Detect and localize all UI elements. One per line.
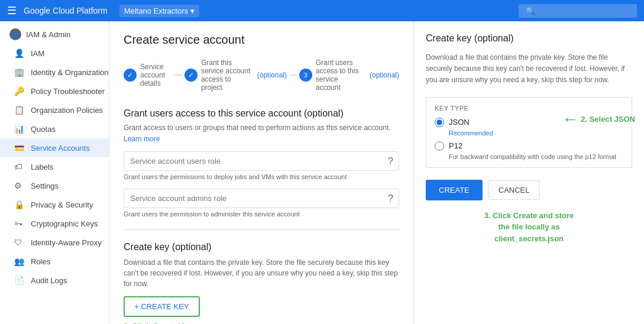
- step-2-label: Grant this service account access to pro…: [201, 59, 251, 92]
- annotation-step2-label: 2. Select JSON: [581, 115, 635, 124]
- audit-icon: 📄: [14, 276, 25, 285]
- create-key-section: Create key (optional) Download a file th…: [124, 229, 399, 324]
- create-key-desc: Download a file that contains the privat…: [124, 257, 399, 289]
- project-selector[interactable]: Meltano Extractors ▾: [119, 5, 199, 17]
- p12-label: P12: [449, 141, 462, 150]
- step-1-check: ✓: [124, 69, 137, 82]
- panel-desc: Download a file that contains the privat…: [426, 52, 632, 86]
- sidebar: 👤 IAM & Admin 👤 IAM 🏢 Identity & Organiz…: [0, 21, 109, 324]
- key-type-box: Key type JSON Recommended P12 For backwa…: [426, 97, 632, 168]
- crypto-icon: 🗝: [14, 219, 25, 228]
- sidebar-section-title: IAM & Admin: [26, 30, 70, 39]
- project-dropdown-icon: ▾: [190, 7, 195, 15]
- create-button[interactable]: CREATE: [426, 180, 483, 200]
- sidebar-item-identity-org[interactable]: 🏢 Identity & Organization: [0, 63, 109, 82]
- annotation-step3: 3. Click Create and store the file local…: [426, 210, 632, 245]
- admins-role-sublabel: Grant users the permission to administer…: [124, 210, 399, 218]
- annotation-arrow-icon: ←: [562, 110, 578, 129]
- sidebar-item-label: Identity-Aware Proxy: [31, 238, 102, 247]
- right-panel: Create key (optional) Download a file th…: [413, 21, 644, 324]
- step-3: 3 Grant users access to this service acc…: [299, 59, 399, 92]
- proxy-icon: 🛡: [14, 238, 25, 247]
- sidebar-item-label: Labels: [31, 163, 53, 171]
- sidebar-item-identity-proxy[interactable]: 🛡 Identity-Aware Proxy: [0, 233, 109, 252]
- step-2-check: ✓: [185, 69, 198, 82]
- menu-icon[interactable]: ☰: [7, 4, 17, 17]
- sidebar-item-org-policies[interactable]: 📋 Organization Policies: [0, 101, 109, 119]
- learn-more-link[interactable]: Learn more: [124, 135, 160, 143]
- sidebar-item-label: IAM: [31, 49, 44, 58]
- sidebar-item-settings[interactable]: ⚙ Settings: [0, 176, 109, 195]
- step-2-optional: (optional): [255, 71, 286, 79]
- users-role-help-icon[interactable]: ?: [388, 156, 393, 167]
- admins-role-help-icon[interactable]: ?: [388, 193, 393, 204]
- sidebar-item-label: Privacy & Security: [31, 200, 93, 209]
- step-1-label: Service account details: [140, 63, 172, 88]
- page-title: Create service account: [124, 33, 399, 47]
- steps-bar: ✓ Service account details ✓ Grant this s…: [124, 59, 399, 92]
- sidebar-item-label: Quotas: [31, 125, 56, 134]
- iam-item-icon: 👤: [14, 48, 25, 58]
- sidebar-section-header: 👤 IAM & Admin: [0, 21, 109, 44]
- p12-radio-row: P12: [435, 141, 623, 151]
- org-icon: 📋: [14, 105, 25, 115]
- annotation-step1: 1. Click Create Key: [124, 322, 399, 324]
- step-connector-2: [289, 74, 297, 76]
- admins-role-input[interactable]: [124, 189, 399, 208]
- panel-cancel-button[interactable]: CANCEL: [488, 180, 540, 200]
- policy-icon: 🔑: [14, 86, 25, 96]
- sidebar-item-label: Roles: [31, 257, 50, 266]
- p12-radio[interactable]: [435, 141, 444, 151]
- sidebar-item-labels[interactable]: 🏷 Labels: [0, 157, 109, 176]
- grant-section-title: Grant users access to this service accou…: [124, 108, 399, 119]
- sidebar-item-privacy-security[interactable]: 🔒 Privacy & Security: [0, 195, 109, 214]
- service-accounts-icon: 💳: [14, 143, 25, 153]
- panel-title: Create key (optional): [426, 33, 632, 44]
- sidebar-item-policy-troubleshooter[interactable]: 🔑 Policy Troubleshooter: [0, 82, 109, 101]
- create-key-button[interactable]: + CREATE KEY: [124, 296, 200, 317]
- sidebar-item-label: Service Accounts: [31, 144, 90, 153]
- iam-icon: 👤: [9, 28, 21, 40]
- admins-role-wrapper: ?: [124, 189, 399, 208]
- users-role-input[interactable]: [124, 151, 399, 171]
- topbar: ☰ Google Cloud Platform Meltano Extracto…: [0, 0, 644, 21]
- json-recommended: Recommended: [449, 129, 623, 137]
- sidebar-item-label: Settings: [31, 182, 59, 190]
- sidebar-item-label: Policy Troubleshooter: [31, 87, 105, 96]
- identity-org-icon: 🏢: [14, 67, 25, 77]
- key-type-container: Key type JSON Recommended P12 For backwa…: [426, 97, 632, 168]
- main-layout: 👤 IAM & Admin 👤 IAM 🏢 Identity & Organiz…: [0, 21, 644, 324]
- sidebar-item-label: Organization Policies: [31, 106, 103, 115]
- privacy-icon: 🔒: [14, 200, 25, 209]
- roles-icon: 👥: [14, 257, 25, 266]
- sidebar-item-iam[interactable]: 👤 IAM: [0, 44, 109, 63]
- sidebar-item-label: Audit Logs: [31, 276, 67, 285]
- main-content: Create service account ✓ Service account…: [109, 21, 413, 324]
- step-3-circle: 3: [299, 69, 312, 82]
- panel-buttons: CREATE CANCEL: [426, 180, 632, 200]
- sidebar-item-quotas[interactable]: 📊 Quotas: [0, 119, 109, 138]
- sidebar-item-roles[interactable]: 👥 Roles: [0, 252, 109, 271]
- grant-users-section: Grant users access to this service accou…: [124, 108, 399, 218]
- project-name: Meltano Extractors: [124, 7, 188, 15]
- search-input[interactable]: [519, 4, 637, 18]
- step-3-optional: (optional): [368, 71, 399, 79]
- grant-section-desc: Grant access to users or groups that nee…: [124, 124, 399, 132]
- p12-desc: For backward compatibility with code usi…: [449, 153, 623, 160]
- sidebar-item-crypto-keys[interactable]: 🗝 Cryptographic Keys: [0, 214, 109, 233]
- annotation-step2-container: ← 2. Select JSON: [562, 110, 635, 129]
- quotas-icon: 📊: [14, 124, 25, 134]
- settings-icon: ⚙: [14, 181, 25, 190]
- step-3-label: Grant users access to this service accou…: [316, 59, 364, 92]
- sidebar-item-audit-logs[interactable]: 📄 Audit Logs: [0, 271, 109, 290]
- step-connector-1: [174, 74, 182, 76]
- json-label: JSON: [449, 118, 470, 127]
- create-key-title: Create key (optional): [124, 242, 399, 252]
- step-1: ✓ Service account details: [124, 63, 172, 88]
- users-role-wrapper: ?: [124, 151, 399, 171]
- app-logo: Google Cloud Platform: [24, 6, 108, 15]
- json-radio[interactable]: [435, 118, 444, 127]
- users-role-sublabel: Grant users the permissions to deploy jo…: [124, 173, 399, 180]
- sidebar-item-service-accounts[interactable]: 💳 Service Accounts: [0, 138, 109, 157]
- sidebar-item-label: Cryptographic Keys: [31, 219, 98, 228]
